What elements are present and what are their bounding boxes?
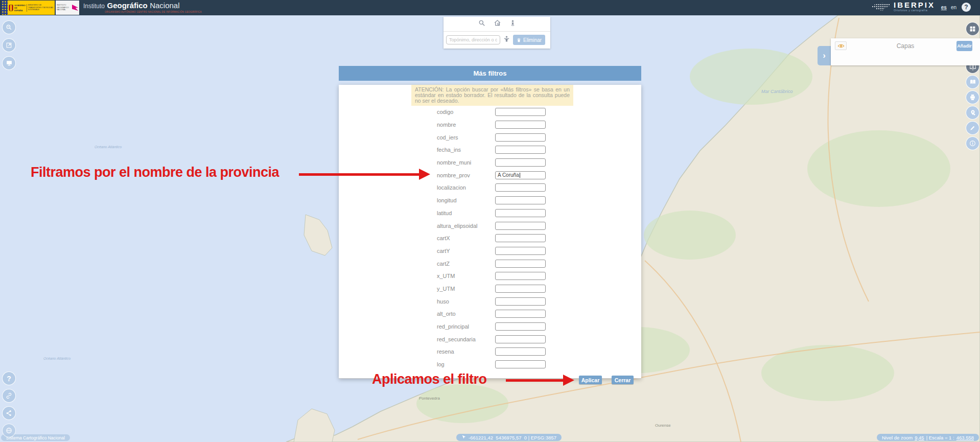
grid-icon: [969, 26, 976, 32]
address-search-icon[interactable]: [494, 19, 501, 29]
permalink-button[interactable]: [2, 389, 16, 403]
field-input[interactable]: [495, 146, 546, 154]
globe-button[interactable]: [2, 424, 16, 437]
field-input[interactable]: [495, 335, 546, 343]
spain-crest-icon: [9, 5, 13, 11]
field-input[interactable]: [495, 247, 546, 255]
app-subtitle: ORGANISMO AUTÓNOMO CENTRO NACIONAL DE IN…: [105, 11, 202, 13]
field-label: y_UTM: [437, 286, 455, 292]
zoom-level-link[interactable]: 9,45: [915, 435, 924, 440]
field-label: latitud: [437, 210, 452, 216]
delete-search-button[interactable]: Eliminar: [513, 35, 545, 45]
field-input[interactable]: [495, 222, 546, 230]
pencil-icon: [969, 125, 976, 131]
zoom-out-icon: [6, 24, 12, 31]
person-marker-icon[interactable]: [503, 35, 510, 45]
apply-filter-button[interactable]: Aplicar: [579, 376, 602, 384]
export-view-button[interactable]: [2, 38, 16, 52]
printer-icon: [969, 94, 976, 101]
help-tools-button[interactable]: ?: [2, 371, 16, 385]
globe-icon: [6, 427, 12, 434]
help-button[interactable]: ?: [962, 3, 971, 12]
info-button[interactable]: [966, 136, 979, 150]
cnig-logo-icon: [72, 5, 78, 11]
field-input[interactable]: [495, 297, 546, 306]
field-input[interactable]: [495, 322, 546, 331]
sea-label: Mar Cantábrico: [761, 89, 793, 94]
field-label: altura_elipsoidal: [437, 223, 478, 229]
scale-value-link[interactable]: 463.558: [956, 435, 974, 440]
annotation-arrow-head: [563, 375, 574, 386]
field-label: cartY: [437, 248, 450, 254]
chevron-right-icon: ›: [823, 51, 826, 61]
modal-title[interactable]: Más filtros: [339, 66, 641, 81]
field-input[interactable]: [495, 158, 546, 167]
filter-field-row: longitud: [339, 194, 641, 207]
cursor-icon: [461, 435, 466, 440]
measure-button[interactable]: [966, 121, 979, 135]
field-label: cartZ: [437, 261, 450, 267]
city-label: Pontevedra: [419, 396, 440, 401]
field-input[interactable]: [495, 121, 546, 129]
field-input[interactable]: [495, 234, 546, 242]
field-label: huso: [437, 298, 449, 305]
city-label: Ourense: [655, 423, 671, 428]
field-label: x_UTM: [437, 273, 455, 279]
field-label: nombre_prov: [437, 172, 470, 178]
streetview-marker-icon[interactable]: [509, 19, 516, 29]
field-input[interactable]: [495, 285, 546, 293]
ign-logo[interactable]: INSTITUTO GEOGRÁFICO NACIONAL: [56, 1, 79, 15]
field-input[interactable]: [495, 108, 546, 116]
info-icon: [969, 140, 976, 147]
toggle-all-layers-button[interactable]: [835, 41, 847, 50]
field-input[interactable]: [495, 196, 546, 204]
field-input[interactable]: [495, 347, 546, 356]
location-button[interactable]: [966, 106, 979, 120]
app-title: Instituto Geográfico Nacional: [83, 1, 180, 10]
filter-field-row: red_principal: [339, 320, 641, 333]
link-icon: [6, 392, 12, 399]
field-input[interactable]: A Coruña: [495, 171, 546, 179]
field-input[interactable]: [495, 310, 546, 318]
filter-field-row: x_UTM: [339, 270, 641, 283]
gobierno-label: GOBIERNODE ESPAÑA: [14, 4, 27, 12]
book-icon: [969, 79, 976, 85]
lang-en-link[interactable]: en: [951, 5, 956, 10]
screen-view-button[interactable]: [2, 56, 16, 70]
gobierno-logo[interactable]: GOBIERNODE ESPAÑA MINISTERIO DE TRANSPOR…: [8, 1, 55, 15]
zoom-scale-readout: Nivel de zoom 9,45 | Escala = 1 : 463.55…: [877, 434, 979, 441]
field-label: red_principal: [437, 323, 469, 330]
monitor-icon: [6, 60, 13, 66]
add-layer-button[interactable]: Añadir: [956, 41, 972, 51]
field-label: codigo: [437, 109, 453, 115]
close-modal-button[interactable]: Cerrar: [612, 376, 634, 384]
filter-field-row: cartY: [339, 245, 641, 258]
filter-field-row: huso: [339, 295, 641, 308]
annotation-arrow-line: [299, 173, 419, 176]
filter-field-row: latitud: [339, 207, 641, 220]
field-input[interactable]: [495, 183, 546, 192]
eu-flag-strip: [2, 1, 8, 15]
field-input[interactable]: [495, 209, 546, 217]
filter-field-row: altura_elipsoidal: [339, 219, 641, 232]
field-label: resena: [437, 348, 454, 355]
print-button[interactable]: [966, 90, 979, 104]
share-button[interactable]: [2, 406, 16, 420]
field-input[interactable]: [495, 360, 546, 368]
zoom-extent-button[interactable]: [2, 20, 16, 34]
field-input[interactable]: [495, 272, 546, 280]
filter-field-row: nombre_muni: [339, 156, 641, 169]
layers-collapse-tab[interactable]: ›: [818, 46, 831, 65]
field-input[interactable]: [495, 133, 546, 142]
legend-button[interactable]: [966, 75, 979, 89]
field-label: localizacion: [437, 184, 466, 191]
search-icon[interactable]: [478, 19, 485, 29]
filter-field-row: log: [339, 358, 641, 371]
lang-es-link[interactable]: es: [941, 5, 947, 10]
search-input[interactable]: [446, 35, 500, 44]
field-input[interactable]: [495, 260, 546, 268]
warning-message: ATENCIÓN: La opción buscar por «Más filt…: [411, 85, 573, 106]
mosaic-grid-button[interactable]: [966, 22, 979, 36]
brand-tagline: Ortofotos y cartografía: [894, 9, 935, 12]
sea-label: Océano Atlántico: [95, 145, 122, 149]
